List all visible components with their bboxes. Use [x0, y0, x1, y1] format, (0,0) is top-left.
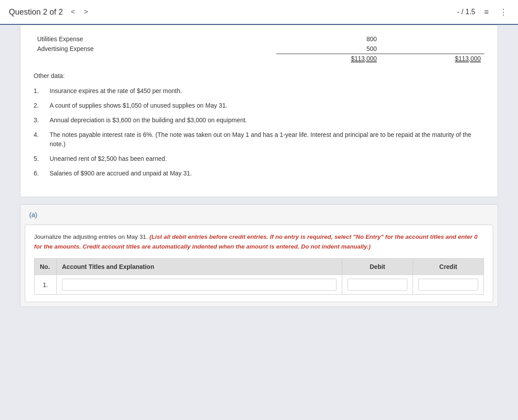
row-1-no: 1.	[35, 275, 57, 295]
utilities-credit	[380, 34, 484, 44]
list-item: 5. Unearned rent of $2,500 has been earn…	[34, 154, 484, 163]
list-num-4: 4.	[34, 130, 50, 149]
list-text-6: Salaries of $900 are accrued and unpaid …	[50, 169, 484, 178]
journal-table: No. Account Titles and Explanation Debit…	[34, 258, 484, 295]
list-text-2: A count of supplies shows $1,050 of unus…	[50, 101, 484, 110]
score-label: - / 1.5	[457, 8, 475, 16]
col-header-no: No.	[35, 259, 57, 275]
row-1-debit-input[interactable]	[348, 279, 407, 291]
list-text-4: The notes payable interest rate is 6%. (…	[50, 130, 484, 149]
part-a-card: (a) Journalize the adjusting entries on …	[20, 204, 498, 307]
part-a-body: Journalize the adjusting entries on May …	[25, 225, 493, 302]
top-bar: Question 2 of 2 < > - / 1.5 ≡ ⋮	[0, 0, 518, 25]
list-item: 2. A count of supplies shows $1,050 of u…	[34, 101, 484, 110]
list-num-3: 3.	[34, 116, 50, 125]
content-wrapper: Utilities Expense 800 Advertising Expens…	[20, 25, 498, 325]
expense-label-utilities: Utilities Expense	[34, 34, 276, 44]
list-item: 3. Annual depreciation is $3,600 on the …	[34, 116, 484, 125]
total-row: $113,000 $113,000	[34, 54, 484, 64]
row-1-credit-cell	[413, 275, 484, 295]
list-num-6: 6.	[34, 169, 50, 178]
question-label: Question 2 of 2	[9, 8, 63, 17]
row-1-credit-input[interactable]	[418, 279, 478, 291]
total-debit: $113,000	[276, 54, 380, 64]
journal-row-1: 1.	[35, 275, 484, 295]
col-header-credit: Credit	[413, 259, 484, 275]
next-button[interactable]: >	[81, 6, 90, 18]
list-item: 4. The notes payable interest rate is 6%…	[34, 130, 484, 149]
table-row: Advertising Expense 500	[34, 44, 484, 54]
advertising-debit: 500	[276, 44, 380, 54]
instruction-text: Journalize the adjusting entries on May …	[34, 232, 484, 251]
list-text-3: Annual depreciation is $3,600 on the bui…	[50, 116, 484, 125]
numbered-list: 1. Insurance expires at the rate of $450…	[34, 86, 484, 178]
list-item: 6. Salaries of $900 are accrued and unpa…	[34, 169, 484, 178]
more-icon-button[interactable]: ⋮	[498, 5, 509, 19]
table-row: Utilities Expense 800	[34, 34, 484, 44]
list-icon-button[interactable]: ≡	[482, 6, 491, 19]
list-num-5: 5.	[34, 154, 50, 163]
other-data-section: Other data: 1. Insurance expires at the …	[34, 72, 484, 178]
list-text-1: Insurance expires at the rate of $450 pe…	[50, 86, 484, 96]
row-1-account-cell	[57, 275, 342, 295]
col-header-debit: Debit	[342, 259, 413, 275]
row-1-debit-cell	[342, 275, 413, 295]
utilities-debit: 800	[276, 34, 380, 44]
financial-table: Utilities Expense 800 Advertising Expens…	[34, 34, 484, 63]
list-num-1: 1.	[34, 86, 50, 96]
list-text-5: Unearned rent of $2,500 has been earned.	[50, 154, 484, 163]
total-credit: $113,000	[380, 54, 484, 64]
top-bar-left: Question 2 of 2 < >	[9, 6, 91, 18]
prev-button[interactable]: <	[68, 6, 77, 18]
top-bar-right: - / 1.5 ≡ ⋮	[457, 5, 509, 19]
journal-header-row: No. Account Titles and Explanation Debit…	[35, 259, 484, 275]
part-a-header: (a)	[20, 205, 498, 225]
list-num-2: 2.	[34, 101, 50, 110]
row-1-account-input[interactable]	[62, 279, 336, 291]
info-card: Utilities Expense 800 Advertising Expens…	[20, 25, 498, 197]
total-label	[34, 54, 276, 64]
expense-label-advertising: Advertising Expense	[34, 44, 276, 54]
nav-arrows: < >	[68, 6, 91, 18]
col-header-account: Account Titles and Explanation	[57, 259, 342, 275]
other-data-title: Other data:	[34, 72, 484, 79]
advertising-credit	[380, 44, 484, 54]
list-item: 1. Insurance expires at the rate of $450…	[34, 86, 484, 96]
instruction-prefix: Journalize the adjusting entries on May …	[34, 233, 149, 240]
